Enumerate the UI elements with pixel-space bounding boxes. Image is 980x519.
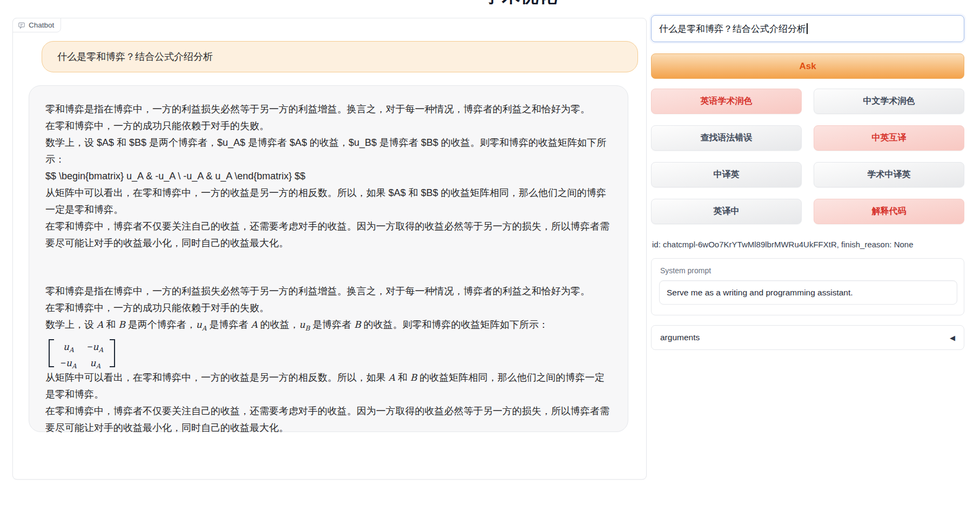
arguments-accordion[interactable]: arguments ◀ [651,325,964,350]
system-prompt-value: Serve me as a writing and programming as… [667,288,853,298]
rendered-paragraph: 在零和博弈中，博弈者不仅要关注自己的收益，还需要考虑对手的收益。因为一方取得的收… [45,403,612,436]
collapse-arrow-icon: ◀ [950,334,955,341]
arguments-accordion-label: arguments [660,333,700,342]
user-message: 什么是零和博弈？结合公式介绍分析 [42,41,638,72]
text-caret [807,23,808,34]
ask-button[interactable]: Ask [651,53,964,79]
system-prompt-label: System prompt [660,266,956,275]
payoff-matrix: uA −uA −uA uA [49,339,612,367]
matrix-right-bracket [110,339,115,367]
btn-chinese-academic-polish[interactable]: 中文学术润色 [814,89,964,114]
raw-paragraph: 在零和博弈中，博弈者不仅要关注自己的收益，还需要考虑对手的收益。因为一方取得的收… [45,218,612,252]
matrix-cell: uA [63,340,74,356]
btn-zh-to-en[interactable]: 中译英 [651,162,802,187]
btn-explain-code[interactable]: 解释代码 [814,199,964,224]
raw-paragraph: 数学上，设 $A$ 和 $B$ 是两个博弈者，$u_A$ 是博弈者 $A$ 的收… [45,134,612,168]
chatbot-label-text: Chatbot [29,21,54,29]
rendered-paragraph: 在零和博弈中，一方的成功只能依赖于对手的失败。 [45,300,612,316]
function-button-grid: 英语学术润色 中文学术润色 查找语法错误 中英互译 中译英 学术中译英 英译中 … [651,89,964,224]
bot-message: 零和博弈是指在博弈中，一方的利益损失必然等于另一方的利益增益。换言之，对于每一种… [29,85,628,432]
btn-en-to-zh[interactable]: 英译中 [651,199,802,224]
btn-academic-zh-to-en[interactable]: 学术中译英 [814,162,964,187]
matrix-cell: −uA [88,340,104,356]
raw-paragraph: 从矩阵中可以看出，在零和博弈中，一方的收益是另一方的相反数。所以，如果 $A$ … [45,185,612,218]
user-message-text: 什么是零和博弈？结合公式介绍分析 [57,50,213,63]
raw-paragraph: 在零和博弈中，一方的成功只能依赖于对手的失败。 [45,118,612,134]
rendered-math-paragraph: 从矩阵中可以看出，在零和博弈中，一方的收益是另一方的相反数。所以，如果 A 和 … [45,369,612,403]
bot-raw-markdown: 零和博弈是指在博弈中，一方的利益损失必然等于另一方的利益增益。换言之，对于每一种… [45,101,612,252]
btn-find-grammar-errors[interactable]: 查找语法错误 [651,125,802,151]
btn-zh-en-mutual-translate[interactable]: 中英互译 [814,125,964,151]
page-title: 学术优化 [484,0,624,4]
system-prompt-input[interactable]: Serve me as a writing and programming as… [659,280,957,305]
bot-rendered-markdown: 零和博弈是指在博弈中，一方的利益损失必然等于另一方的利益增益。换言之，对于每一种… [45,283,612,436]
question-input[interactable]: 什么是零和博弈？结合公式介绍分析 [651,15,964,42]
raw-paragraph: 零和博弈是指在博弈中，一方的利益损失必然等于另一方的利益增益。换言之，对于每一种… [45,101,612,118]
rendered-math-paragraph: 数学上，设 A 和 B 是两个博弈者，uA 是博弈者 A 的收益，uB 是博弈者… [45,316,612,337]
system-prompt-card: System prompt Serve me as a writing and … [651,258,964,315]
question-input-value: 什么是零和博弈？结合公式介绍分析 [659,23,806,35]
rendered-paragraph: 零和博弈是指在博弈中，一方的利益损失必然等于另一方的利益增益。换言之，对于每一种… [45,283,612,300]
matrix-left-bracket [49,339,54,367]
btn-english-academic-polish[interactable]: 英语学术润色 [651,89,802,114]
raw-latex-formula: $$ \begin{bmatrix} u_A & -u_A \ -u_A & u… [45,168,612,185]
chatbot-panel: Chatbot 什么是零和博弈？结合公式介绍分析 零和博弈是指在博弈中，一方的利… [12,18,647,480]
chat-bubble-icon [18,22,25,29]
chatbot-label: Chatbot [12,18,61,32]
status-line: id: chatcmpl-6wOo7KrYTwMl89lbrMWRu4UkFFX… [652,240,964,249]
